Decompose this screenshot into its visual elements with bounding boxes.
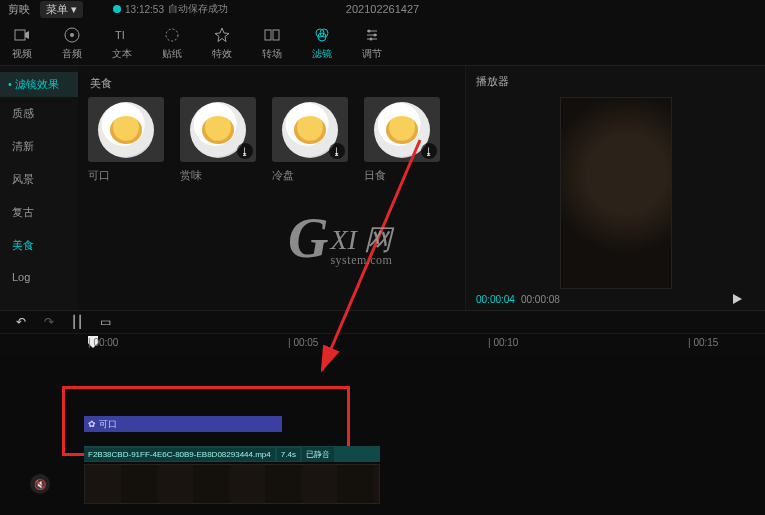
video-icon: [12, 25, 32, 45]
tab-effect[interactable]: 特效: [212, 25, 232, 61]
play-button[interactable]: [731, 293, 743, 307]
filter-thumb: ⭳: [364, 97, 440, 162]
video-clip-mute: 已静音: [302, 447, 334, 462]
adjust-icon: [362, 25, 382, 45]
svg-point-4: [166, 29, 178, 41]
tab-audio[interactable]: 音频: [62, 25, 82, 61]
tab-video[interactable]: 视频: [12, 25, 32, 61]
sticker-icon: [162, 25, 182, 45]
sidebar-item-retro[interactable]: 复古: [0, 196, 78, 229]
svg-point-10: [368, 29, 371, 32]
filter-card[interactable]: ⭳ 日食: [364, 97, 440, 183]
sidebar-header[interactable]: • 滤镜效果: [0, 72, 78, 97]
filter-gallery: 美食 可口 ⭳ 赏味 ⭳ 冷盘 ⭳ 日食: [78, 66, 465, 310]
timeline-ruler[interactable]: | 00:00 | 00:05 | 00:10 | 00:15: [0, 334, 765, 356]
current-time: 00:00:04: [476, 294, 515, 305]
sidebar-item-food[interactable]: 美食: [0, 229, 78, 262]
filter-card[interactable]: ⭳ 赏味: [180, 97, 256, 183]
split-button[interactable]: ⎮⎮: [70, 315, 84, 329]
total-time: 00:00:08: [521, 294, 560, 305]
svg-point-11: [374, 33, 377, 36]
crop-button[interactable]: ▭: [98, 315, 112, 329]
video-clip-duration: 7.4s: [277, 448, 300, 461]
svg-point-12: [370, 37, 373, 40]
tab-text[interactable]: TI文本: [112, 25, 132, 61]
project-name: 202102261427: [346, 3, 419, 15]
filter-card-label: 日食: [364, 168, 440, 183]
player-controls: 00:00:04 00:00:08: [466, 289, 765, 310]
filter-card[interactable]: ⭳ 冷盘: [272, 97, 348, 183]
filter-card-label: 冷盘: [272, 168, 348, 183]
filter-thumb: ⭳: [180, 97, 256, 162]
audio-icon: [62, 25, 82, 45]
tab-transition[interactable]: 转场: [262, 25, 282, 61]
player-stage[interactable]: [466, 97, 765, 289]
filter-thumb: ⭳: [272, 97, 348, 162]
tab-filter[interactable]: 滤镜: [312, 25, 332, 61]
effect-icon: [212, 25, 232, 45]
filter-clip-icon: ✿: [88, 419, 96, 429]
player-panel: 播放器 00:00:04 00:00:08: [465, 66, 765, 310]
video-clip[interactable]: F2B38CBD-91FF-4E6C-80B9-EB8D08293444.mp4…: [84, 446, 380, 462]
sidebar-item-scenery[interactable]: 风景: [0, 163, 78, 196]
filter-clip-label: 可口: [99, 418, 117, 431]
sidebar-item-texture[interactable]: 质感: [0, 97, 78, 130]
timeline-tracks[interactable]: ✿ 可口 F2B38CBD-91FF-4E6C-80B9-EB8D0829344…: [0, 356, 765, 515]
video-clip-file: F2B38CBD-91FF-4E6C-80B9-EB8D08293444.mp4: [84, 448, 275, 461]
tab-adjust[interactable]: 调节: [362, 25, 382, 61]
undo-button[interactable]: ↶: [14, 315, 28, 329]
status-dot-icon: [113, 5, 121, 13]
download-icon[interactable]: ⭳: [329, 143, 345, 159]
filter-thumb: [88, 97, 164, 162]
preview-frame: [560, 97, 672, 289]
download-icon[interactable]: ⭳: [237, 143, 253, 159]
filter-sidebar: • 滤镜效果 质感 清新 风景 复古 美食 Log: [0, 66, 78, 310]
app-name: 剪映: [8, 2, 30, 17]
menu-dropdown[interactable]: 菜单 ▾: [40, 1, 83, 18]
filter-clip[interactable]: ✿ 可口: [84, 416, 282, 432]
text-icon: TI: [112, 25, 132, 45]
tab-sticker[interactable]: 贴纸: [162, 25, 182, 61]
autosave-status: 13:12:53 自动保存成功: [113, 2, 228, 16]
video-thumbnail-strip[interactable]: [84, 464, 380, 504]
sidebar-item-fresh[interactable]: 清新: [0, 130, 78, 163]
svg-rect-5: [265, 30, 271, 40]
svg-text:TI: TI: [115, 29, 125, 41]
gallery-header: 美食: [90, 76, 455, 91]
transition-icon: [262, 25, 282, 45]
player-title: 播放器: [466, 66, 765, 97]
redo-button: ↷: [42, 315, 56, 329]
svg-point-2: [70, 33, 74, 37]
sidebar-item-log[interactable]: Log: [0, 262, 78, 292]
main-tab-bar: 视频 音频 TI文本 贴纸 特效 转场 滤镜 调节: [0, 18, 765, 66]
filter-card-label: 可口: [88, 168, 164, 183]
svg-rect-0: [15, 30, 25, 40]
svg-rect-6: [273, 30, 279, 40]
filter-card[interactable]: 可口: [88, 97, 164, 183]
download-icon[interactable]: ⭳: [421, 143, 437, 159]
filter-card-label: 赏味: [180, 168, 256, 183]
filter-icon: [312, 25, 332, 45]
track-lock-icon[interactable]: 🔇: [30, 474, 50, 494]
title-bar: 剪映 菜单 ▾ 13:12:53 自动保存成功 202102261427: [0, 0, 765, 18]
timeline-toolbar: ↶ ↷ ⎮⎮ ▭: [0, 310, 765, 334]
